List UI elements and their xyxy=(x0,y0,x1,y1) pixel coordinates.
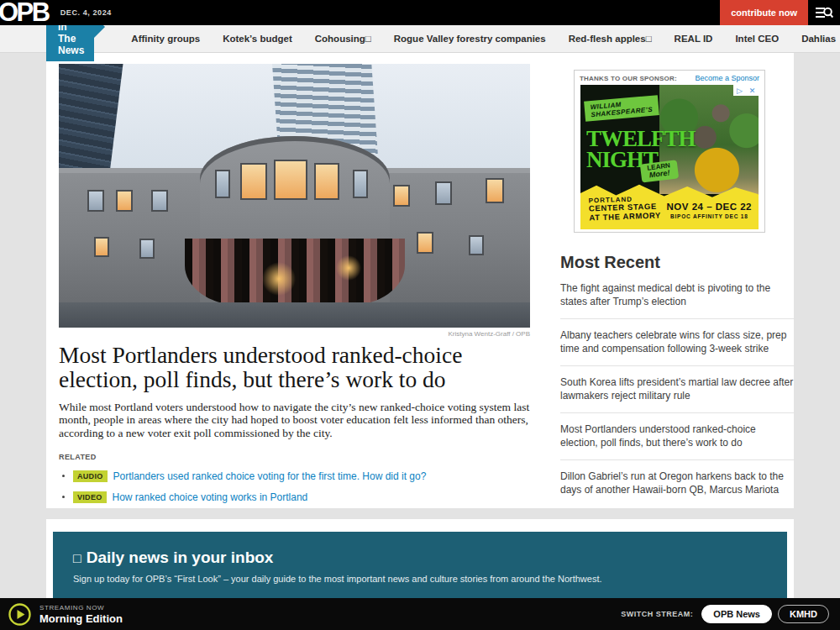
ad-kicker: WILLIAM SHAKESPEARE’S xyxy=(584,95,659,122)
ad-dates: NOV 24 – DEC 22 BIPOC AFFINITY DEC 18 xyxy=(667,202,752,219)
related-link-video[interactable]: How ranked choice voting works in Portla… xyxy=(113,491,308,503)
topic-cohousing[interactable]: Cohousing□ xyxy=(315,34,371,44)
article-photo-city-hall[interactable] xyxy=(59,64,530,328)
most-recent-item[interactable]: Albany teachers celebrate wins for class… xyxy=(560,319,795,366)
topic-rogue-valley-forestry[interactable]: Rogue Valley forestry companies xyxy=(394,34,546,44)
most-recent-item[interactable]: South Korea lifts president’s martial la… xyxy=(560,366,795,413)
contribute-now-button[interactable]: contribute now xyxy=(720,0,808,25)
related-label: RELATED xyxy=(59,453,530,461)
menu-search-icon xyxy=(815,6,833,19)
article-summary: While most Portland voters understood ho… xyxy=(59,401,530,439)
adchoices-icon[interactable]: ▷ xyxy=(733,85,746,96)
opb-logo[interactable]: OPB xyxy=(0,2,49,24)
most-recent-title: Most Recent xyxy=(560,253,795,272)
streaming-program: Morning Edition xyxy=(39,612,123,625)
streaming-now-label: STREAMING NOW xyxy=(39,604,123,612)
photo-credit: Kristyna Wentz-Graff / OPB xyxy=(59,330,530,338)
topic-koteks-budget[interactable]: Kotek’s budget xyxy=(223,34,292,44)
in-the-news-bar: In The News Affinity groups Kotek’s budg… xyxy=(0,25,840,53)
topic-intel-ceo[interactable]: Intel CEO xyxy=(735,34,779,44)
topic-affinity-groups[interactable]: Affinity groups xyxy=(131,34,200,44)
most-recent-item[interactable]: Dillon Gabriel’s run at Oregon harkens b… xyxy=(560,460,795,507)
twelfth-night-ad[interactable]: ▷ ✕ WILLIAM SHAKESPEARE’S TWELFTH NIGHT … xyxy=(580,85,759,229)
sponsor-label: THANKS TO OUR SPONSOR: xyxy=(580,75,677,82)
stream-opb-news-button[interactable]: OPB News xyxy=(701,605,772,623)
bullet-dot xyxy=(62,496,65,498)
newsletter-title: □Daily news in your inbox xyxy=(73,549,767,567)
most-recent-item[interactable]: The fight against medical debt is pivoti… xyxy=(560,272,795,319)
ad-org-logo: PORTLAND CENTER STAGE AT THE ARMORY xyxy=(588,194,661,223)
photo-plaza xyxy=(59,302,530,328)
play-button[interactable] xyxy=(8,603,31,626)
related-item-audio: AUDIO Portlanders used ranked choice vot… xyxy=(59,470,530,482)
topic-red-flesh-apples[interactable]: Red-flesh apples□ xyxy=(569,34,652,44)
bullet-dot xyxy=(62,475,65,477)
topic-dahlias[interactable]: Dahlias xyxy=(801,34,836,44)
menu-search-button[interactable] xyxy=(808,0,840,25)
play-icon xyxy=(8,603,31,626)
related-link-audio[interactable]: Portlanders used ranked choice voting fo… xyxy=(113,470,427,482)
audio-player-bar: STREAMING NOW Morning Edition SWITCH STR… xyxy=(0,598,840,630)
main-content-card: Kristyna Wentz-Graff / OPB Most Portland… xyxy=(46,53,794,508)
video-badge: VIDEO xyxy=(73,491,107,503)
article-headline[interactable]: Most Portlanders understood ranked-choic… xyxy=(59,344,530,392)
audio-badge: AUDIO xyxy=(73,470,108,482)
most-recent-section: Most Recent The fight against medical de… xyxy=(560,253,795,507)
sponsor-box: THANKS TO OUR SPONSOR: Become a Sponsor … xyxy=(574,70,765,233)
most-recent-item[interactable]: Most Portlanders understood ranked-choic… xyxy=(560,413,795,460)
ad-close-icon[interactable]: ✕ xyxy=(746,85,759,96)
current-date: DEC. 4, 2024 xyxy=(60,8,112,17)
lead-article: Kristyna Wentz-Graff / OPB Most Portland… xyxy=(59,64,530,503)
become-a-sponsor-link[interactable]: Become a Sponsor xyxy=(695,74,759,82)
switch-stream-label: SWITCH STREAM: xyxy=(621,610,693,618)
stream-kmhd-button[interactable]: KMHD xyxy=(778,605,829,623)
related-item-video: VIDEO How ranked choice voting works in … xyxy=(59,491,530,503)
site-header: OPB DEC. 4, 2024 contribute now xyxy=(0,0,840,25)
newsletter-subtitle: Sign up today for OPB’s “First Look” – y… xyxy=(73,574,767,584)
topic-links: Affinity groups Kotek’s budget Cohousing… xyxy=(131,34,840,44)
topic-real-id[interactable]: REAL ID xyxy=(675,34,713,44)
mail-icon: □ xyxy=(73,551,81,565)
